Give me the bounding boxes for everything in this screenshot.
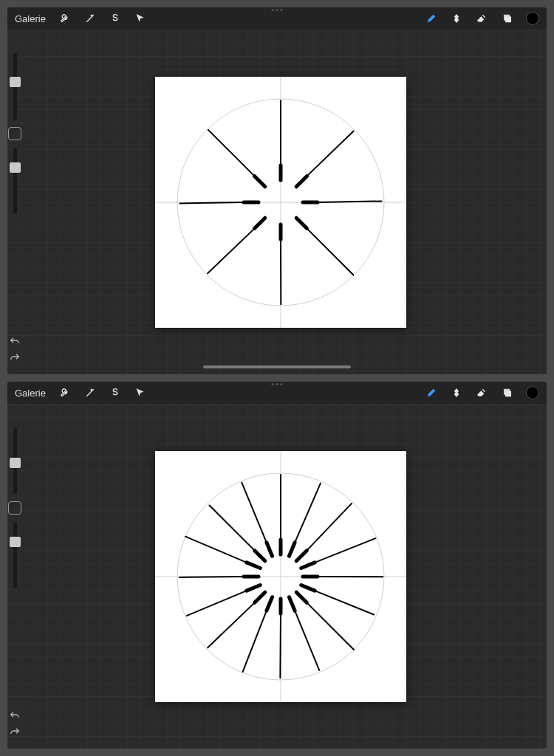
toolbar-left-group [59,13,146,24]
wand-icon[interactable] [84,13,96,24]
brush-opacity-slider[interactable] [13,148,17,214]
smudge-icon[interactable] [451,387,462,399]
layers-icon[interactable] [501,387,513,399]
canvas[interactable] [155,451,406,702]
left-sidebar [7,425,22,591]
app-window: Galerie [7,7,547,374]
smudge-icon[interactable] [451,13,462,24]
cursor-icon[interactable] [134,387,146,399]
gallery-button[interactable]: Galerie [15,13,46,24]
eraser-icon[interactable] [476,13,488,24]
svg-rect-1 [505,16,511,22]
brush-icon[interactable] [425,13,437,24]
brush-icon[interactable] [425,387,437,399]
slider-thumb[interactable] [10,162,21,173]
modify-button[interactable] [8,501,21,515]
svg-rect-4 [505,391,511,396]
multitask-dots[interactable] [272,9,283,11]
slider-thumb[interactable] [10,458,21,468]
slider-thumb[interactable] [10,537,21,547]
undo-redo-group [9,710,21,735]
toolbar-left-group [59,387,146,399]
wrench-icon[interactable] [59,387,71,399]
workspace[interactable] [7,30,547,374]
multitask-dots[interactable] [272,383,283,385]
brush-size-slider[interactable] [13,53,17,120]
modify-button[interactable] [8,127,21,140]
app-window: Galerie [7,382,547,749]
top-toolbar: Galerie [7,382,547,404]
slider-thumb[interactable] [10,77,21,87]
color-well[interactable] [526,386,539,399]
wand-icon[interactable] [84,387,96,399]
top-toolbar: Galerie [7,7,547,30]
toolbar-right-group [425,12,539,25]
wrench-icon[interactable] [59,13,71,24]
cursor-icon[interactable] [134,13,146,24]
undo-button[interactable] [9,710,21,719]
s-icon[interactable] [109,387,121,399]
brush-opacity-slider[interactable] [13,522,17,588]
undo-button[interactable] [9,336,21,345]
redo-button[interactable] [9,352,21,361]
layers-icon[interactable] [501,13,513,24]
color-well[interactable] [526,12,539,25]
home-indicator[interactable] [203,365,351,368]
redo-button[interactable] [9,726,21,735]
toolbar-right-group [425,386,539,399]
gallery-button[interactable]: Galerie [15,388,46,399]
eraser-icon[interactable] [476,387,488,399]
undo-redo-group [9,336,21,361]
s-icon[interactable] [109,13,121,24]
canvas[interactable] [155,77,406,328]
left-sidebar [7,50,22,217]
brush-size-slider[interactable] [13,427,17,494]
workspace[interactable] [7,404,547,749]
